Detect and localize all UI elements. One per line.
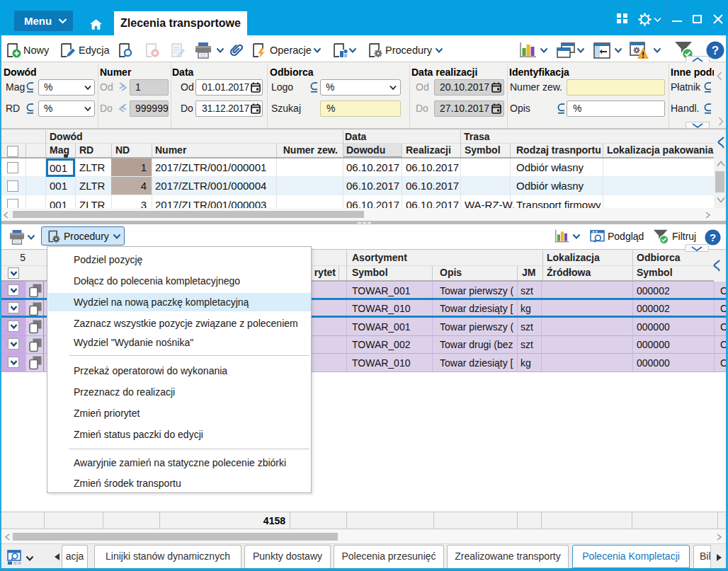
svg-text:?: ? — [710, 231, 716, 243]
svg-text:?: ? — [712, 44, 719, 57]
